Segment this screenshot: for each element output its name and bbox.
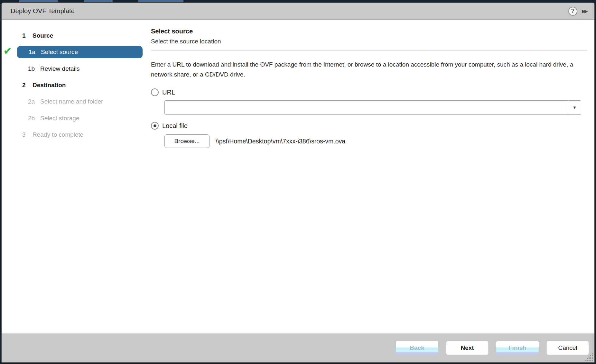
check-icon: ✔: [4, 46, 12, 56]
collapse-icon[interactable]: ▶▶: [582, 8, 589, 14]
background-dash: [84, 0, 113, 2]
step-label: Review details: [40, 65, 80, 72]
wizard-steps-sidebar: 1 Source ✔ 1a Select source 1b Review de…: [2, 20, 148, 333]
page-title: Select source: [151, 28, 587, 35]
dialog-titlebar: Deploy OVF Template ? ▶▶: [2, 3, 594, 20]
deploy-ovf-template-dialog: Deploy OVF Template ? ▶▶ 1 Source ✔ 1a S…: [1, 2, 595, 363]
url-radio[interactable]: [151, 88, 159, 96]
source-description-text: Enter a URL to download and install the …: [151, 59, 574, 79]
step-number: 1b: [28, 65, 40, 72]
dialog-title: Deploy OVF Template: [11, 7, 75, 15]
step-item-ready-to-complete: 3 Ready to complete: [2, 127, 148, 143]
header-divider: [151, 50, 587, 51]
url-combobox: ▼: [164, 100, 581, 115]
browse-row: Browse... \\psf\Home\Desktop\vm\7xxx-i38…: [164, 134, 587, 148]
back-button: Back: [396, 341, 438, 355]
cancel-button[interactable]: Cancel: [546, 341, 589, 355]
step-label: Select storage: [40, 115, 79, 122]
step-number: 1: [22, 32, 33, 39]
step-number: 2a: [28, 98, 40, 105]
step-label: Source: [33, 32, 53, 39]
step-section-destination: 2 Destination: [2, 77, 148, 93]
url-option-row: URL: [151, 88, 587, 96]
local-file-option-row: Local file: [151, 122, 587, 130]
url-radio-label: URL: [162, 89, 175, 96]
step-label: Destination: [33, 82, 66, 89]
step-section-source: 1 Source: [2, 28, 148, 44]
background-dash: [138, 0, 183, 2]
step-item-review-details[interactable]: 1b Review details: [2, 60, 148, 77]
finish-button: Finish: [496, 341, 539, 355]
browse-button[interactable]: Browse...: [164, 134, 210, 148]
wizard-page-select-source: Select source Select the source location…: [148, 20, 594, 333]
local-file-radio[interactable]: [151, 122, 159, 130]
next-button[interactable]: Next: [446, 341, 489, 355]
step-number: 1a: [29, 49, 41, 56]
radio-dot: [154, 124, 156, 127]
url-input[interactable]: [165, 101, 568, 114]
local-file-radio-label: Local file: [162, 122, 188, 130]
step-number: 2b: [28, 115, 40, 122]
step-item-select-source[interactable]: 1a Select source: [17, 46, 143, 58]
step-item-select-storage: 2b Select storage: [2, 110, 148, 127]
dialog-footer: Back Next Finish Cancel: [2, 333, 594, 362]
step-label: Select source: [41, 49, 78, 56]
background-dash: [19, 0, 58, 2]
step-select-source-current: ✔ 1a Select source: [2, 44, 148, 60]
page-subtitle: Select the source location: [151, 38, 587, 45]
step-number: 3: [22, 131, 33, 138]
step-label: Ready to complete: [33, 131, 83, 138]
step-label: Select name and folder: [40, 98, 103, 105]
url-dropdown-button[interactable]: ▼: [568, 101, 581, 114]
chevron-down-icon: ▼: [573, 105, 577, 110]
selected-file-path: \\psf\Home\Desktop\vm\7xxx-i386\sros-vm.…: [216, 138, 345, 145]
step-item-select-name-and-folder: 2a Select name and folder: [2, 93, 148, 110]
resize-grip-icon[interactable]: [585, 353, 593, 361]
help-icon[interactable]: ?: [568, 7, 577, 16]
dialog-body: 1 Source ✔ 1a Select source 1b Review de…: [2, 20, 594, 333]
step-number: 2: [22, 82, 33, 89]
